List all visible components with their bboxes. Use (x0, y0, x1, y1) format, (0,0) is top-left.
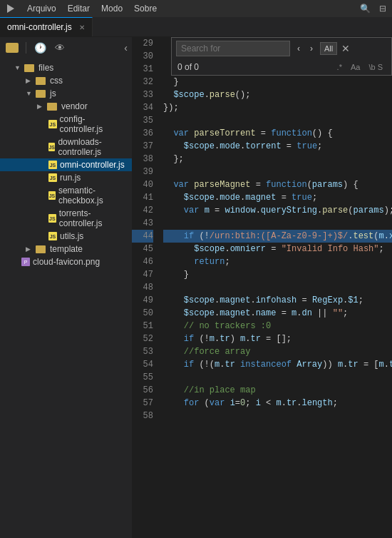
folder-icon-css (36, 77, 46, 85)
search-word-button[interactable]: \b S (366, 61, 386, 73)
line-num: 46 (132, 255, 153, 268)
clock-icon: 🕐 (34, 42, 46, 54)
code-line: $scope.parse(); (163, 88, 392, 101)
menu-sobre[interactable]: Sobre (134, 4, 157, 14)
sidebar-label-template: template (50, 244, 83, 254)
line-num: 49 (132, 294, 153, 307)
code-content[interactable]: for (var id in searchProviders) { if (/\… (158, 37, 392, 538)
line-num: 47 (132, 268, 153, 281)
sidebar-file-torrents-controller[interactable]: JS torrents-controller.js (0, 207, 132, 230)
js-file-icon: JS (48, 232, 57, 240)
js-file-icon: JS (48, 214, 56, 223)
menu-modo[interactable]: Modo (101, 4, 123, 14)
tab-omni-controller[interactable]: omni-controller.js ✕ (0, 17, 93, 36)
js-file-icon: JS (48, 161, 57, 169)
sidebar-label-semantic-checkbox: semantic-checkbox.js (58, 186, 126, 205)
png-file-icon: P (21, 258, 30, 266)
search-icon[interactable]: 🔍 (360, 4, 371, 14)
tree-arrow-js: ▼ (26, 90, 33, 97)
sidebar-file-semantic-checkbox[interactable]: JS semantic-checkbox.js (0, 184, 132, 207)
code-line: $scope.magnet.name = m.dn || ""; (163, 307, 392, 320)
sidebar-toolbar: 🕐 👁 ‹ (0, 37, 132, 59)
code-line: var parseTorrent = function() { (163, 127, 392, 140)
sidebar-label-css: css (50, 76, 63, 86)
sidebar-label-downloads-controller: downloads-controller.js (58, 137, 126, 157)
code-line: if (!m.tr) m.tr = []; (163, 333, 392, 345)
search-options: .* Aa \b S (334, 61, 386, 73)
line-num: 38 (132, 153, 153, 166)
line-num: 41 (132, 191, 153, 204)
line-num: 51 (132, 320, 153, 333)
play-icon (7, 4, 14, 13)
sidebar-file-downloads-controller[interactable]: JS downloads-controller.js (0, 136, 132, 158)
code-line: } (163, 268, 392, 281)
sidebar-item-vendor[interactable]: ▶ vendor (0, 100, 132, 113)
code-line: } (163, 76, 392, 88)
code-line (163, 114, 392, 127)
new-file-button[interactable] (4, 40, 20, 56)
tree-arrow-css: ▶ (26, 77, 33, 84)
line-num: 58 (132, 410, 153, 422)
sidebar-item-files[interactable]: ▼ files (0, 61, 132, 74)
search-prev-button[interactable]: ‹ (294, 42, 303, 55)
line-num: 56 (132, 384, 153, 397)
sidebar-file-cloud-favicon[interactable]: P cloud-favicon.png (0, 255, 132, 268)
eye-icon: 👁 (55, 42, 65, 54)
line-num: 33 (132, 88, 153, 101)
toolbar-divider (26, 42, 26, 54)
sidebar: 🕐 👁 ‹ ▼ files ▶ css ▼ (0, 37, 132, 538)
sidebar-label-config-controller: config-controller.js (60, 114, 126, 134)
sidebar-item-template[interactable]: ▶ template (0, 243, 132, 255)
line-num: 43 (132, 217, 153, 230)
line-num: 37 (132, 140, 153, 153)
line-num: 53 (132, 345, 153, 358)
code-line: $scope.mode.magnet = true; (163, 191, 392, 204)
sidebar-label-cloud-favicon: cloud-favicon.png (33, 257, 100, 267)
line-num: 55 (132, 371, 153, 384)
tab-close-button[interactable]: ✕ (79, 24, 85, 31)
line-num: 35 (132, 114, 153, 127)
code-line: if (!(m.tr instanceof Array)) m.tr = [m.… (163, 358, 392, 371)
code-line: var m = window.queryString.parse(params)… (163, 204, 392, 217)
collapse-sidebar-button[interactable]: ‹ (124, 42, 128, 54)
js-file-icon: JS (48, 173, 57, 182)
sidebar-tree: ▼ files ▶ css ▼ js ▶ vendor (0, 59, 132, 538)
menu-editar[interactable]: Editar (68, 4, 90, 14)
code-line: //in place map (163, 384, 392, 397)
line-num: 36 (132, 127, 153, 140)
js-file-icon: JS (48, 120, 57, 128)
sidebar-file-config-controller[interactable]: JS config-controller.js (0, 113, 132, 136)
menu-arquivo[interactable]: Arquivo (27, 4, 56, 14)
line-num: 52 (132, 333, 153, 345)
code-line: for (var i=0; i < m.tr.length; (163, 397, 392, 410)
code-line: var parseMagnet = function(params) { (163, 178, 392, 191)
code-line (163, 371, 392, 384)
search-input[interactable] (176, 41, 290, 56)
menu-bar: Arquivo Editar Modo Sobre 🔍 ⊟ (0, 0, 392, 17)
search-close-button[interactable]: ✕ (341, 43, 350, 54)
sidebar-label-omni-controller: omni-controller.js (60, 160, 125, 170)
line-num: 54 (132, 358, 153, 371)
sidebar-label-utils: utils.js (60, 231, 83, 241)
format-icon[interactable]: ⊟ (379, 4, 386, 14)
play-button[interactable] (6, 4, 16, 14)
js-file-icon: JS (48, 143, 55, 151)
search-regex-button[interactable]: .* (334, 61, 345, 73)
search-count: 0 of 0 (177, 62, 199, 72)
eye-button[interactable]: 👁 (52, 40, 68, 56)
search-all-button[interactable]: All (320, 42, 337, 55)
search-next-button[interactable]: › (307, 42, 316, 55)
line-num: 45 (132, 243, 153, 255)
sidebar-file-omni-controller[interactable]: JS omni-controller.js (0, 158, 132, 171)
tab-label: omni-controller.js (7, 22, 72, 32)
code-line (163, 217, 392, 230)
sidebar-item-css[interactable]: ▶ css (0, 74, 132, 87)
history-button[interactable]: 🕐 (32, 40, 48, 56)
search-case-button[interactable]: Aa (348, 61, 363, 73)
line-num: 32 (132, 76, 153, 88)
sidebar-file-utils[interactable]: JS utils.js (0, 230, 132, 243)
line-num: 31 (132, 63, 153, 76)
sidebar-file-run[interactable]: JS run.js (0, 171, 132, 184)
sidebar-item-js[interactable]: ▼ js (0, 87, 132, 100)
sidebar-label-run: run.js (60, 173, 81, 183)
